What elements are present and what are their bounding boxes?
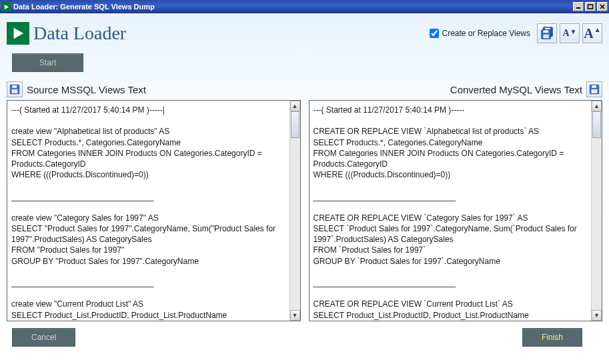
font-decrease-button[interactable]: A▼ [560, 23, 580, 43]
minimize-button[interactable] [573, 2, 584, 11]
double-floppy-icon [540, 26, 554, 41]
svg-rect-16 [592, 89, 598, 93]
maximize-button[interactable] [585, 2, 596, 11]
save-converted-button[interactable] [586, 81, 602, 97]
save-all-button[interactable] [537, 23, 557, 43]
font-increase-button[interactable]: A▲ [582, 23, 602, 43]
scroll-down-icon[interactable]: ▼ [592, 310, 602, 321]
header-right: Create or Replace Views A▼ [430, 23, 602, 43]
labels-row: Source MSSQL Views Text Converted MySQL … [7, 81, 602, 97]
window-title: Data Loader: Generate SQL Views Dump [13, 3, 573, 11]
font-decrease-icon: A▼ [562, 28, 576, 39]
scroll-track[interactable] [592, 111, 602, 310]
svg-marker-0 [4, 4, 8, 9]
create-replace-row[interactable]: Create or Replace Views [430, 29, 530, 38]
svg-rect-12 [12, 85, 17, 88]
start-button[interactable]: Start [12, 53, 83, 72]
app-name: Data Loader [33, 23, 126, 44]
scroll-thumb[interactable] [592, 111, 601, 138]
converted-label: Converted MySQL Views Text [450, 84, 582, 95]
logo-block: Data Loader [7, 22, 126, 45]
app-icon [1, 2, 11, 11]
cancel-button[interactable]: Cancel [12, 328, 75, 347]
play-icon [7, 22, 29, 45]
scroll-thumb[interactable] [291, 111, 299, 138]
titlebar: Data Loader: Generate SQL Views Dump [0, 0, 609, 13]
floppy-icon [9, 83, 21, 95]
scroll-track[interactable] [290, 111, 300, 310]
svg-rect-10 [544, 35, 549, 39]
footer-row: Cancel Finish [7, 321, 602, 347]
header-row: Data Loader Create or Replace Views [7, 17, 602, 49]
panes-row: ---( Started at 11/27/2017 5:40:14 PM )-… [7, 100, 602, 321]
finish-button[interactable]: Finish [522, 328, 582, 347]
scroll-up-icon[interactable]: ▲ [592, 101, 602, 111]
scroll-down-icon[interactable]: ▼ [290, 310, 300, 321]
create-replace-checkbox[interactable] [430, 29, 439, 38]
svg-rect-15 [592, 85, 596, 88]
svg-rect-9 [544, 30, 548, 33]
scroll-up-icon[interactable]: ▲ [290, 101, 300, 111]
svg-rect-13 [12, 89, 18, 93]
svg-marker-5 [14, 28, 24, 39]
save-source-button[interactable] [7, 81, 23, 97]
svg-rect-2 [588, 5, 593, 9]
content-area: Data Loader Create or Replace Views [0, 13, 609, 364]
font-increase-icon: A▲ [584, 26, 600, 41]
floppy-icon [588, 83, 600, 95]
converted-textarea[interactable]: ---( Started at 11/27/2017 5:40:14 PM )-… [309, 100, 603, 321]
create-replace-label: Create or Replace Views [442, 29, 530, 38]
source-label: Source MSSQL Views Text [27, 84, 146, 95]
source-scrollbar[interactable]: ▲ ▼ [289, 101, 300, 321]
close-button[interactable] [597, 2, 608, 11]
converted-scrollbar[interactable]: ▲ ▼ [591, 101, 602, 321]
source-textarea[interactable]: ---( Started at 11/27/2017 5:40:14 PM )-… [7, 100, 301, 321]
